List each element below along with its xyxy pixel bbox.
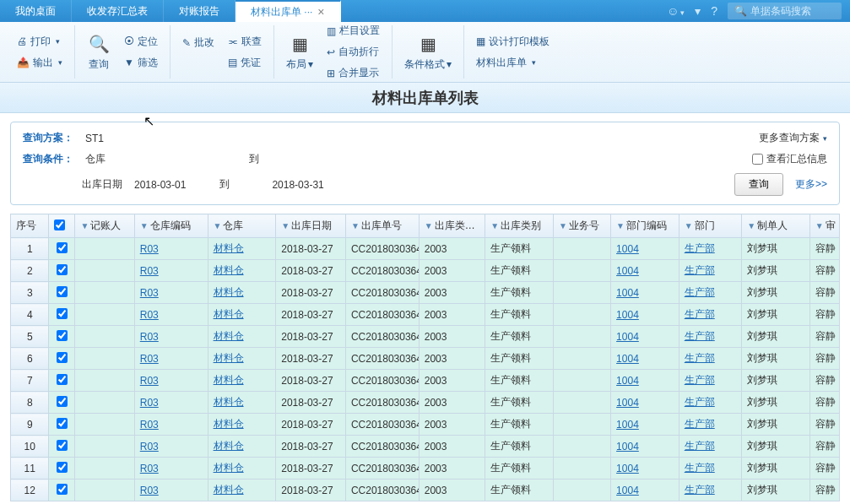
date-to-value[interactable]: 2018-03-31: [272, 179, 323, 191]
cell-deptcode[interactable]: 1004: [611, 238, 679, 260]
col-recorder[interactable]: ▼记账人: [75, 214, 134, 238]
more-schemes-button[interactable]: 更多查询方案 ▾: [759, 131, 827, 145]
table-row[interactable]: 6R03材料仓2018-03-27CC20180303642003生产领料100…: [11, 348, 840, 370]
design-template-button[interactable]: ▦设计打印模板: [471, 32, 555, 51]
locate-button[interactable]: ⦿定位: [119, 32, 163, 51]
filter-button[interactable]: ▼筛选: [119, 53, 163, 73]
cell-deptcode[interactable]: 1004: [611, 436, 679, 458]
cell-whcode[interactable]: R03: [134, 282, 208, 304]
smile-icon[interactable]: ☺▾: [667, 4, 685, 18]
cell-dept[interactable]: 生产部: [679, 282, 741, 304]
cell-check[interactable]: [49, 480, 75, 501]
autowrap-button[interactable]: ↩自动折行: [322, 42, 385, 62]
view-summary-input[interactable]: [752, 154, 763, 165]
cell-deptcode[interactable]: 1004: [611, 260, 679, 282]
cell-whcode[interactable]: R03: [134, 348, 208, 370]
col-docno[interactable]: ▼出库单号: [345, 214, 419, 238]
cell-whcode[interactable]: R03: [134, 458, 208, 480]
check-all[interactable]: [54, 219, 65, 230]
cell-whcode[interactable]: R03: [134, 326, 208, 348]
tab-stockout[interactable]: 材料出库单 ··· ×: [236, 0, 341, 22]
batch-button[interactable]: ✎批改: [177, 33, 219, 52]
cell-whcode[interactable]: R03: [134, 480, 208, 501]
union-query-button[interactable]: ⫘联查: [223, 32, 267, 51]
row-checkbox[interactable]: [57, 286, 68, 297]
output-button[interactable]: 📤输出▾: [12, 53, 68, 73]
row-checkbox[interactable]: [57, 418, 68, 429]
filter-icon[interactable]: ▼: [490, 221, 499, 230]
table-row[interactable]: 8R03材料仓2018-03-27CC20180303642003生产领料100…: [11, 392, 840, 414]
col-wh[interactable]: ▼仓库: [208, 214, 276, 238]
col-deptcode[interactable]: ▼部门编码: [611, 214, 679, 238]
date-from-value[interactable]: 2018-03-01: [134, 179, 186, 191]
cell-deptcode[interactable]: 1004: [611, 304, 679, 326]
chevron-down-icon[interactable]: ▾: [695, 4, 701, 18]
cell-dept[interactable]: 生产部: [679, 326, 741, 348]
row-checkbox[interactable]: [57, 264, 68, 275]
table-row[interactable]: 1R03材料仓2018-03-27CC20180303642003生产领料100…: [11, 238, 840, 260]
more-link[interactable]: 更多>>: [795, 177, 827, 192]
table-row[interactable]: 3R03材料仓2018-03-27CC20180303642003生产领料100…: [11, 282, 840, 304]
filter-icon[interactable]: ▼: [351, 221, 360, 230]
table-row[interactable]: 4R03材料仓2018-03-27CC20180303642003生产领料100…: [11, 304, 840, 326]
cell-deptcode[interactable]: 1004: [611, 326, 679, 348]
filter-icon[interactable]: ▼: [685, 221, 693, 230]
cell-deptcode[interactable]: 1004: [611, 370, 679, 392]
cell-check[interactable]: [49, 370, 75, 392]
cell-deptcode[interactable]: 1004: [611, 282, 679, 304]
filter-icon[interactable]: ▼: [425, 221, 433, 230]
close-icon[interactable]: ×: [317, 5, 324, 19]
col-cat[interactable]: ▼出库类别: [485, 214, 554, 238]
cell-wh[interactable]: 材料仓: [208, 260, 276, 282]
cell-whcode[interactable]: R03: [134, 414, 208, 436]
col-check[interactable]: [49, 214, 75, 238]
filter-icon[interactable]: ▼: [747, 221, 755, 230]
filter-icon[interactable]: ▼: [80, 221, 89, 230]
cell-deptcode[interactable]: 1004: [611, 392, 679, 414]
cell-deptcode[interactable]: 1004: [611, 458, 679, 480]
col-dept[interactable]: ▼部门: [679, 214, 741, 238]
cell-whcode[interactable]: R03: [134, 238, 208, 260]
filter-icon[interactable]: ▼: [815, 221, 824, 230]
cell-wh[interactable]: 材料仓: [208, 480, 276, 501]
cell-check[interactable]: [49, 348, 75, 370]
row-checkbox[interactable]: [57, 462, 68, 473]
filter-icon[interactable]: ▼: [214, 221, 222, 230]
row-checkbox[interactable]: [57, 330, 68, 341]
barcode-search[interactable]: 🔍: [728, 3, 842, 19]
cell-deptcode[interactable]: 1004: [611, 480, 679, 501]
cell-check[interactable]: [49, 282, 75, 304]
cell-check[interactable]: [49, 326, 75, 348]
cell-wh[interactable]: 材料仓: [208, 458, 276, 480]
cell-whcode[interactable]: R03: [134, 436, 208, 458]
col-bizno[interactable]: ▼业务号: [553, 214, 610, 238]
cell-dept[interactable]: 生产部: [679, 436, 741, 458]
cell-wh[interactable]: 材料仓: [208, 326, 276, 348]
table-row[interactable]: 7R03材料仓2018-03-27CC20180303642003生产领料100…: [11, 370, 840, 392]
filter-icon[interactable]: ▼: [281, 221, 290, 230]
scheme-value[interactable]: ST1: [85, 133, 104, 144]
cell-wh[interactable]: 材料仓: [208, 370, 276, 392]
cell-dept[interactable]: 生产部: [679, 348, 741, 370]
cell-whcode[interactable]: R03: [134, 392, 208, 414]
cell-dept[interactable]: 生产部: [679, 304, 741, 326]
row-checkbox[interactable]: [57, 484, 68, 495]
print-button[interactable]: 🖨打印▾: [12, 32, 68, 51]
row-checkbox[interactable]: [57, 396, 68, 407]
voucher-button[interactable]: ▤凭证: [223, 53, 267, 73]
table-row[interactable]: 2R03材料仓2018-03-27CC20180303642003生产领料100…: [11, 260, 840, 282]
row-checkbox[interactable]: [57, 242, 68, 253]
help-icon[interactable]: ?: [711, 4, 717, 18]
cell-wh[interactable]: 材料仓: [208, 348, 276, 370]
cell-check[interactable]: [49, 458, 75, 480]
cell-wh[interactable]: 材料仓: [208, 414, 276, 436]
cell-check[interactable]: [49, 238, 75, 260]
cell-check[interactable]: [49, 392, 75, 414]
cell-dept[interactable]: 生产部: [679, 370, 741, 392]
col-last[interactable]: ▼审: [809, 214, 839, 238]
cell-check[interactable]: [49, 414, 75, 436]
view-summary-checkbox[interactable]: 查看汇总信息: [752, 152, 827, 166]
cell-dept[interactable]: 生产部: [679, 458, 741, 480]
col-maker[interactable]: ▼制单人: [742, 214, 810, 238]
cell-wh[interactable]: 材料仓: [208, 304, 276, 326]
